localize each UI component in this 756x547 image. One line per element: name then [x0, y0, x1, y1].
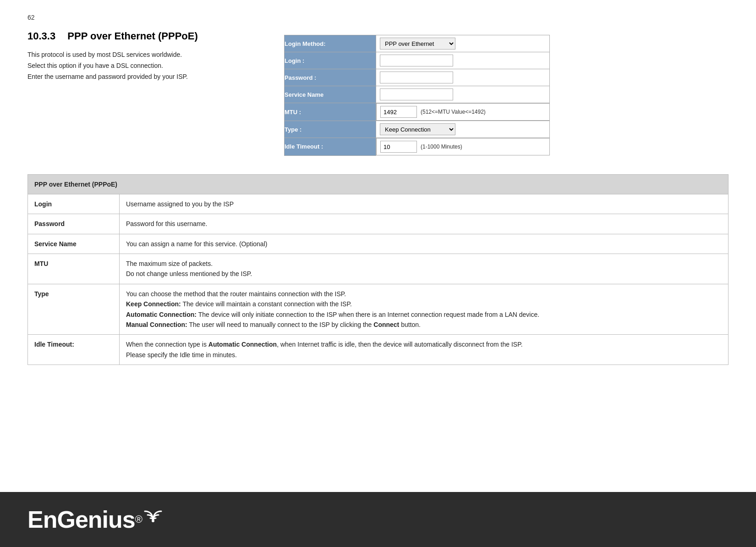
desc-row-password: Password Password for this username.: [28, 214, 729, 234]
input-idle-timeout[interactable]: [380, 141, 417, 153]
term-password: Password: [28, 214, 120, 234]
left-section: 10.3.3 PPP over Ethernet (PPPoE) This pr…: [27, 30, 266, 82]
desc-login: Username assigned to you by the ISP: [120, 194, 729, 214]
svg-point-0: [152, 519, 154, 522]
doc-layout: 10.3.3 PPP over Ethernet (PPPoE) This pr…: [27, 30, 729, 156]
input-mtu[interactable]: [380, 106, 417, 118]
desc-password: Password for this username.: [120, 214, 729, 234]
form-row-login-method: Login Method: PPP over Ethernet PPPoA DH…: [285, 35, 550, 52]
desc-table: PPP over Ethernet (PPPoE) Login Username…: [27, 174, 729, 365]
term-type: Type: [28, 284, 120, 335]
desc-mtu: The maximum size of packets. Do not chan…: [120, 254, 729, 284]
section-number: 10.3.3: [27, 30, 55, 42]
desc-row-service-name: Service Name You can assign a name for t…: [28, 234, 729, 254]
description: This protocol is used by most DSL servic…: [27, 50, 266, 82]
select-login-method[interactable]: PPP over Ethernet PPPoA DHCP Static IP: [380, 38, 455, 50]
label-login-method: Login Method:: [285, 35, 376, 52]
form-row-password: Password :: [285, 69, 550, 86]
term-idle-timeout: Idle Timeout:: [28, 335, 120, 365]
term-login: Login: [28, 194, 120, 214]
logo: EnGenius®: [27, 506, 142, 533]
select-type[interactable]: Keep Connection Automatic Connection Man…: [380, 123, 455, 135]
footer: EnGenius®: [0, 492, 756, 547]
input-password[interactable]: [380, 72, 453, 83]
mtu-hint: (512<=MTU Value<=1492): [421, 109, 486, 115]
logo-genius: Genius: [57, 506, 135, 533]
label-password: Password :: [285, 69, 376, 86]
input-service-name[interactable]: [380, 88, 453, 100]
term-service-name: Service Name: [28, 234, 120, 254]
idle-timeout-hint: (1-1000 Minutes): [421, 144, 462, 150]
desc-line-3: Enter the username and password provided…: [27, 72, 266, 83]
desc-idle-timeout: When the connection type is Automatic Co…: [120, 335, 729, 365]
desc-row-login: Login Username assigned to you by the IS…: [28, 194, 729, 214]
desc-row-mtu: MTU The maximum size of packets. Do not …: [28, 254, 729, 284]
page-number: 62: [27, 14, 729, 21]
right-section: Login Method: PPP over Ethernet PPPoA DH…: [284, 35, 729, 156]
desc-table-header: PPP over Ethernet (PPPoE): [28, 174, 729, 194]
form-row-mtu: MTU : (512<=MTU Value<=1492): [285, 103, 550, 121]
label-login: Login :: [285, 52, 376, 69]
input-login[interactable]: [380, 55, 453, 66]
desc-line-2: Select this option if you have a DSL con…: [27, 61, 266, 72]
desc-type: You can choose the method that the route…: [120, 284, 729, 335]
main-content: 62 10.3.3 PPP over Ethernet (PPPoE) This…: [0, 0, 756, 492]
desc-row-idle-timeout: Idle Timeout: When the connection type i…: [28, 335, 729, 365]
wifi-icon: [144, 508, 162, 523]
form-row-login: Login :: [285, 52, 550, 69]
settings-form: Login Method: PPP over Ethernet PPPoA DH…: [284, 35, 550, 156]
logo-container: EnGenius®: [27, 506, 162, 533]
term-mtu: MTU: [28, 254, 120, 284]
label-type: Type :: [285, 121, 376, 138]
section-title: 10.3.3 PPP over Ethernet (PPPoE): [27, 30, 266, 42]
label-mtu: MTU :: [285, 103, 376, 121]
desc-line-1: This protocol is used by most DSL servic…: [27, 50, 266, 61]
section-title-text: PPP over Ethernet (PPPoE): [67, 30, 197, 42]
logo-en: En: [27, 506, 57, 533]
desc-service-name: You can assign a name for this service. …: [120, 234, 729, 254]
form-row-idle-timeout: Idle Timeout : (1-1000 Minutes): [285, 138, 550, 156]
label-service-name: Service Name: [285, 86, 376, 103]
label-idle-timeout: Idle Timeout :: [285, 138, 376, 156]
logo-registered: ®: [135, 514, 142, 525]
form-row-service-name: Service Name: [285, 86, 550, 103]
form-row-type: Type : Keep Connection Automatic Connect…: [285, 121, 550, 138]
desc-row-type: Type You can choose the method that the …: [28, 284, 729, 335]
